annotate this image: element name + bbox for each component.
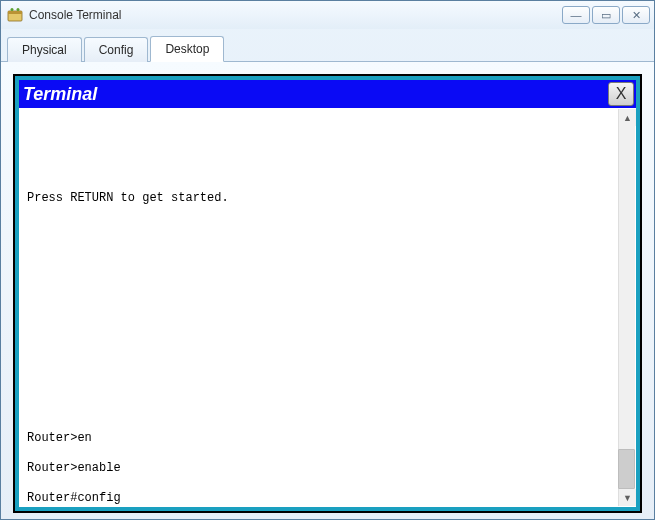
close-icon: ✕ xyxy=(632,9,641,22)
terminal-line: Router#config xyxy=(27,491,616,506)
minimize-icon: — xyxy=(571,9,582,21)
titlebar-left: Console Terminal xyxy=(7,7,122,23)
svg-point-2 xyxy=(11,8,14,11)
terminal-line: Router>enable xyxy=(27,461,616,476)
terminal-line: Router>en xyxy=(27,431,616,446)
tabstrip: Physical Config Desktop xyxy=(1,29,654,62)
terminal-line: Press RETURN to get started. xyxy=(27,191,616,206)
terminal-title: Terminal xyxy=(23,84,97,105)
svg-point-3 xyxy=(17,8,20,11)
titlebar: Console Terminal — ▭ ✕ xyxy=(1,1,654,29)
scrollbar-vertical[interactable]: ▲ ▼ xyxy=(618,109,635,506)
maximize-button[interactable]: ▭ xyxy=(592,6,620,24)
svg-rect-1 xyxy=(8,11,22,14)
scroll-down-button[interactable]: ▼ xyxy=(619,489,636,506)
app-window: Console Terminal — ▭ ✕ Physical Config D… xyxy=(0,0,655,520)
minimize-button[interactable]: — xyxy=(562,6,590,24)
terminal-header: Terminal X xyxy=(19,80,636,108)
tab-label: Config xyxy=(99,43,134,57)
tab-label: Physical xyxy=(22,43,67,57)
close-button[interactable]: ✕ xyxy=(622,6,650,24)
tab-desktop[interactable]: Desktop xyxy=(150,36,224,62)
terminal-panel: Terminal X Press RETURN to get started. … xyxy=(13,74,642,513)
terminal-output[interactable]: Press RETURN to get started. Router>en R… xyxy=(19,108,636,507)
tab-label: Desktop xyxy=(165,42,209,56)
tab-config[interactable]: Config xyxy=(84,37,149,62)
terminal-body-wrap: Press RETURN to get started. Router>en R… xyxy=(19,108,636,507)
content-area: Terminal X Press RETURN to get started. … xyxy=(1,62,654,519)
tab-physical[interactable]: Physical xyxy=(7,37,82,62)
close-icon: X xyxy=(616,85,627,103)
maximize-icon: ▭ xyxy=(601,9,611,22)
blank-space xyxy=(27,221,616,416)
window-controls: — ▭ ✕ xyxy=(562,6,650,24)
chevron-up-icon: ▲ xyxy=(623,113,632,123)
window-title: Console Terminal xyxy=(29,8,122,22)
chevron-down-icon: ▼ xyxy=(623,493,632,503)
scroll-up-button[interactable]: ▲ xyxy=(619,109,636,126)
terminal-close-button[interactable]: X xyxy=(608,82,634,106)
scroll-thumb[interactable] xyxy=(618,449,635,489)
app-icon xyxy=(7,7,23,23)
blank-space xyxy=(27,131,616,176)
